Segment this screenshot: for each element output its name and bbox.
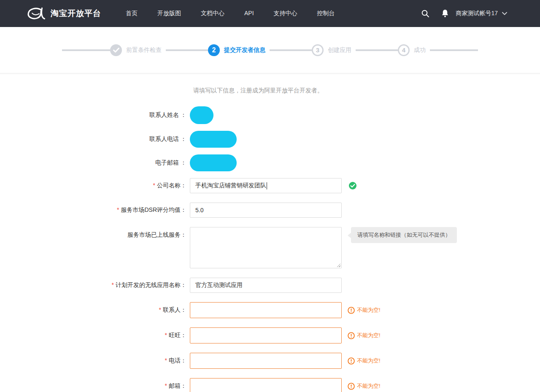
step-line — [166, 49, 208, 51]
field-label: 联系人电话 ： — [0, 135, 190, 143]
field-row-wangwang: *旺旺： 不能为空! — [0, 327, 540, 343]
account-name: 商家测试帐号17 — [456, 10, 498, 17]
chevron-down-icon — [502, 12, 507, 15]
required-mark: * — [165, 332, 167, 338]
dsr-score-value: 5.0 — [195, 207, 203, 214]
app-name-input[interactable]: 官方互动测试应用 — [190, 278, 342, 293]
field-row-online-services: 服务市场已上线服务： 请填写名称和链接（如无可以不提供） — [0, 227, 540, 268]
step-line — [430, 49, 478, 51]
field-label: 联系人姓名 ： — [0, 111, 190, 119]
main-nav: 首页 开放版图 文档中心 API 支持中心 控制台 — [126, 10, 355, 17]
form-intro-text: 请填写以下信息，注册成为阿里开放平台开发者。 — [193, 87, 540, 95]
top-navbar: 淘宝开放平台 首页 开放版图 文档中心 API 支持中心 控制台 商家测试帐号1… — [0, 0, 540, 27]
error-exclamation-icon — [348, 357, 355, 365]
field-row-company-name: *公司名称： 手机淘宝店铺营销研发团队 — [0, 178, 540, 193]
textarea-resize-handle[interactable] — [336, 263, 340, 267]
error-message: 不能为空! — [348, 332, 381, 339]
contact-input[interactable] — [190, 302, 342, 318]
step-label: 前置条件检查 — [126, 46, 162, 54]
field-row-phone: *电话： 不能为空! — [0, 353, 540, 369]
field-label: 联系人： — [163, 306, 186, 313]
wangwang-input[interactable] — [190, 327, 342, 343]
field-label: 电子邮箱 ： — [0, 159, 190, 167]
field-label: 公司名称： — [157, 182, 186, 189]
redacted-email-value — [190, 154, 237, 171]
step-number: 2 — [208, 44, 220, 56]
step-success: 4 成功 — [398, 44, 430, 56]
account-menu[interactable]: 商家测试帐号17 — [456, 10, 507, 17]
company-name-input[interactable]: 手机淘宝店铺营销研发团队 — [190, 178, 342, 193]
field-row-email: 电子邮箱 ： — [0, 154, 540, 171]
mail-input[interactable] — [190, 378, 342, 392]
error-exclamation-icon — [348, 307, 355, 314]
error-text: 不能为空! — [357, 306, 381, 314]
brand[interactable]: 淘宝开放平台 — [26, 6, 101, 21]
field-row-app-name: *计划开发的无线应用名称： 官方互动测试应用 — [0, 278, 540, 293]
step-create-app: 3 创建应用 — [312, 44, 356, 56]
redacted-contact-name-value — [190, 106, 213, 124]
nav-open-map[interactable]: 开放版图 — [157, 10, 181, 17]
online-services-textarea[interactable] — [190, 227, 342, 268]
field-label: 旺旺： — [169, 332, 186, 338]
error-text: 不能为空! — [357, 332, 381, 339]
redacted-contact-phone-value — [190, 131, 237, 148]
step-label: 提交开发者信息 — [224, 46, 265, 54]
step-line — [356, 49, 398, 51]
required-mark: * — [165, 382, 167, 389]
field-label: 计划开发的无线应用名称： — [116, 281, 186, 288]
error-message: 不能为空! — [348, 382, 381, 390]
nav-console[interactable]: 控制台 — [317, 10, 335, 17]
taobao-alibaba-logo-icon — [26, 6, 46, 21]
field-label: 邮箱： — [169, 382, 186, 389]
notification-bell-icon[interactable] — [441, 9, 449, 18]
step-label: 创建应用 — [328, 46, 351, 54]
field-row-contact-phone: 联系人电话 ： — [0, 131, 540, 148]
developer-info-form: 请填写以下信息，注册成为阿里开放平台开发者。 联系人姓名 ： 联系人电话 ： 电… — [0, 73, 540, 392]
nav-support-center[interactable]: 支持中心 — [274, 10, 297, 17]
navbar-right: 商家测试帐号17 — [421, 9, 507, 18]
field-row-mail: *邮箱： 不能为空! — [0, 378, 540, 392]
required-mark: * — [153, 182, 155, 189]
nav-home[interactable]: 首页 — [126, 10, 138, 17]
error-exclamation-icon — [348, 383, 355, 390]
dsr-score-input[interactable]: 5.0 — [190, 203, 342, 218]
phone-input[interactable] — [190, 353, 342, 369]
step-number: 4 — [398, 44, 410, 56]
step-precheck: 前置条件检查 — [110, 44, 166, 56]
step-done-check-icon — [110, 44, 122, 56]
error-text: 不能为空! — [357, 382, 381, 390]
required-mark: * — [165, 357, 167, 364]
text-caret — [267, 182, 267, 189]
required-mark: * — [117, 206, 119, 213]
step-line — [270, 49, 312, 51]
field-row-dsr-score: *服务市场DSR评分均值： 5.0 — [0, 203, 540, 218]
progress-steps: 前置条件检查 2 提交开发者信息 3 创建应用 4 成功 — [0, 27, 540, 73]
required-mark: * — [112, 281, 114, 288]
app-name-value: 官方互动测试应用 — [195, 281, 243, 289]
brand-title: 淘宝开放平台 — [51, 8, 101, 19]
field-label: 服务市场已上线服务： — [0, 227, 190, 239]
error-text: 不能为空! — [357, 357, 381, 365]
field-row-contact-name: 联系人姓名 ： — [0, 106, 540, 124]
error-message: 不能为空! — [348, 357, 381, 365]
field-label: 服务市场DSR评分均值： — [121, 206, 186, 213]
field-row-contact: *联系人： 不能为空! — [0, 302, 540, 318]
online-services-tooltip: 请填写名称和链接（如无可以不提供） — [351, 227, 457, 243]
nav-api[interactable]: API — [244, 10, 254, 17]
nav-doc-center[interactable]: 文档中心 — [201, 10, 224, 17]
field-label: 电话： — [169, 357, 186, 364]
step-number: 3 — [312, 44, 324, 56]
error-exclamation-icon — [348, 332, 355, 339]
company-name-value: 手机淘宝店铺营销研发团队 — [195, 182, 266, 189]
step-label: 成功 — [414, 46, 426, 54]
error-message: 不能为空! — [348, 306, 381, 314]
valid-check-icon — [348, 181, 357, 190]
required-mark: * — [159, 306, 161, 313]
step-line — [62, 49, 110, 51]
search-icon[interactable] — [421, 9, 429, 18]
step-submit-developer-info: 2 提交开发者信息 — [208, 44, 270, 56]
